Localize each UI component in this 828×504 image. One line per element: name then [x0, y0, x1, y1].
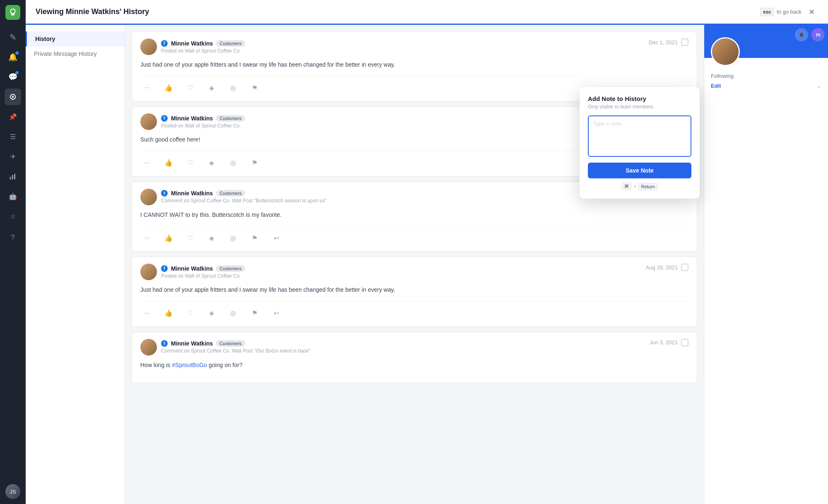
check-button[interactable]: ◎: [226, 231, 240, 245]
like-button[interactable]: 👍: [162, 156, 175, 170]
post-date-row: Dec 1, 2021: [649, 38, 688, 46]
post-meta: f Minnie Watkins Customers Comment on Sp…: [161, 190, 327, 204]
facebook-icon: f: [161, 340, 168, 347]
inbox-icon: [9, 93, 17, 101]
profile-avatar-large: [711, 37, 740, 66]
sprout-icon: [8, 8, 17, 17]
right-panel: m Following Edit ⌄: [704, 25, 828, 504]
like-button[interactable]: 👍: [162, 307, 175, 320]
note-textarea[interactable]: [588, 115, 691, 157]
nav-item-private-message-history[interactable]: Private Message History: [26, 46, 125, 61]
post-meta: f Minnie Watkins Customers Posted on Wal…: [161, 40, 245, 54]
heart-button[interactable]: ♡: [183, 307, 197, 320]
reply-button[interactable]: ↩: [270, 231, 283, 245]
post-location: Comment on Sprout Coffee Co. Wall Post "…: [161, 198, 327, 204]
post-meta: f Minnie Watkins Customers Comment on Sp…: [161, 340, 310, 354]
post-author: Minnie Watkins: [171, 340, 213, 347]
post-avatar: [140, 189, 157, 205]
nav-item-history[interactable]: History: [26, 31, 125, 46]
esc-hint: esc to go back: [760, 8, 802, 16]
flag-button[interactable]: ⚑: [248, 231, 261, 245]
more-button[interactable]: ···: [140, 156, 154, 170]
popup-shortcut-hint: ⌘ + Return: [588, 182, 691, 190]
content-area: History Private Message History f Minnie…: [26, 25, 828, 504]
heart-button[interactable]: ♡: [183, 231, 197, 245]
chevron-down-icon[interactable]: ⌄: [816, 82, 821, 89]
facebook-icon: f: [161, 265, 168, 272]
tag-button[interactable]: ◈: [205, 307, 218, 320]
post-location: Posted on Wall of Sprout Coffee Co.: [161, 123, 245, 129]
popup-title: Add Note to History: [588, 95, 691, 102]
post-body: How long is #SproutBoGo going on for?: [140, 360, 688, 370]
sidebar-item-send[interactable]: ✈: [5, 148, 21, 165]
more-button[interactable]: ···: [140, 81, 154, 94]
svg-rect-2: [10, 177, 11, 180]
profile-following: Following: [711, 73, 821, 79]
sidebar-item-star[interactable]: ☆: [5, 208, 21, 224]
sidebar-item-bot[interactable]: 🤖: [5, 188, 21, 204]
post-location: Posted on Wall of Sprout Coffee Co.: [161, 273, 245, 279]
post-location: Posted on Wall of Sprout Coffee Co.: [161, 48, 245, 54]
facebook-icon: f: [161, 40, 168, 47]
post-author: Minnie Watkins: [171, 115, 213, 122]
go-back-text: to go back: [777, 9, 802, 15]
tag-button[interactable]: ◈: [205, 81, 218, 94]
post-meta: f Minnie Watkins Customers Posted on Wal…: [161, 115, 245, 129]
sidebar-item-analytics[interactable]: [5, 168, 21, 185]
like-button[interactable]: 👍: [162, 231, 175, 245]
save-note-button[interactable]: Save Note: [588, 163, 691, 178]
post-date-row: Jun 3, 2021: [650, 339, 688, 346]
post-header: f Minnie Watkins Customers Comment on Sp…: [140, 339, 688, 355]
like-button[interactable]: 👍: [162, 81, 175, 94]
close-button[interactable]: ✕: [805, 5, 818, 19]
post-actions: ··· 👍 ♡ ◈ ◎ ⚑ ↩: [140, 226, 688, 245]
post-date: Aug 28, 2021: [646, 264, 678, 271]
sidebar-item-inbox[interactable]: [5, 89, 21, 105]
add-note-popup: Add Note to History Only visible to team…: [580, 87, 700, 199]
reply-button[interactable]: ↩: [270, 307, 283, 320]
flag-button[interactable]: ⚑: [248, 156, 261, 170]
post-checkbox[interactable]: [681, 339, 688, 346]
return-key: Return: [638, 183, 657, 190]
more-button[interactable]: ···: [140, 307, 154, 320]
flag-button[interactable]: ⚑: [248, 81, 261, 94]
sidebar-item-pin[interactable]: 📌: [5, 108, 21, 125]
tag-button[interactable]: ◈: [205, 156, 218, 170]
post-author: Minnie Watkins: [171, 265, 213, 272]
post-checkbox[interactable]: [681, 264, 688, 271]
sidebar-item-help[interactable]: ?: [5, 229, 21, 246]
post-tag: Customers: [216, 190, 245, 197]
post-checkbox[interactable]: [681, 38, 688, 46]
heart-button[interactable]: ♡: [183, 156, 197, 170]
post-tag: Customers: [216, 40, 245, 47]
popup-subtitle: Only visible to team members: [588, 104, 691, 110]
sidebar-item-notifications[interactable]: 🔔: [5, 49, 21, 65]
post-location: Comment on Sprout Coffee Co. Wall Post "…: [161, 348, 310, 354]
notification-badge: [15, 51, 19, 55]
app-logo[interactable]: [5, 5, 20, 20]
hashtag-link[interactable]: #SproutBoGo: [172, 362, 207, 368]
sidebar-item-messages[interactable]: 💬: [5, 69, 21, 85]
check-button[interactable]: ◎: [226, 81, 240, 94]
post-body: Just had one of your apple fritters and …: [140, 60, 688, 69]
sidebar-bottom: JS: [5, 484, 20, 499]
tag-button[interactable]: ◈: [205, 231, 218, 245]
main-area: Viewing Minnie Watkins' History esc to g…: [26, 0, 828, 504]
check-button[interactable]: ◎: [226, 307, 240, 320]
flag-button[interactable]: ⚑: [248, 307, 261, 320]
edit-button[interactable]: Edit: [711, 83, 721, 89]
sidebar: ✎ 🔔 💬 📌 ☰ ✈ 🤖 ☆ ? JS: [0, 0, 26, 504]
heart-button[interactable]: ♡: [183, 81, 197, 94]
delete-button[interactable]: [795, 28, 808, 41]
sidebar-item-compose[interactable]: ✎: [5, 29, 21, 46]
post-date: Dec 1, 2021: [649, 39, 678, 46]
profile-banner: m: [704, 25, 828, 58]
sidebar-item-list[interactable]: ☰: [5, 128, 21, 145]
user-avatar[interactable]: JS: [5, 484, 20, 499]
trash-icon: [799, 32, 804, 38]
check-button[interactable]: ◎: [226, 156, 240, 170]
more-button[interactable]: ···: [140, 231, 154, 245]
facebook-icon: f: [161, 115, 168, 122]
post-author: Minnie Watkins: [171, 40, 213, 47]
messenger-button[interactable]: m: [811, 28, 825, 41]
